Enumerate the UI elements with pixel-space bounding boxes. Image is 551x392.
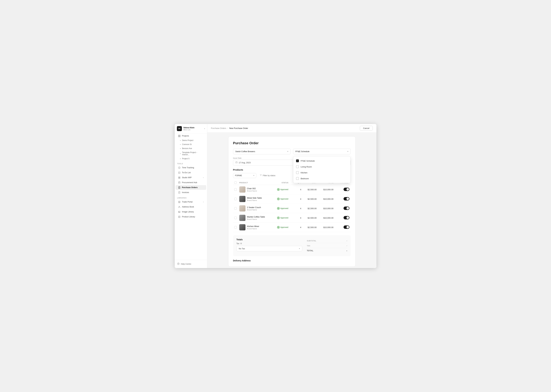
row-cost-cell: $2,500.00 <box>302 213 318 223</box>
calendar-icon <box>235 161 238 164</box>
sidebar-item-trade-portal[interactable]: Trade Portal ▾ <box>176 200 206 204</box>
product-thumb-0 <box>239 186 246 193</box>
product-name-4: Kitchen Mixer <box>247 225 259 227</box>
schedule-checkbox-kitchen <box>296 171 299 174</box>
status-text-2: Approved <box>280 207 288 210</box>
status-text-3: Approved <box>280 217 288 219</box>
row-total-cell: $10,000.00 <box>318 204 335 213</box>
collapse-icon: ▾ <box>180 158 181 160</box>
sidebar-item-purchase-orders[interactable]: Purchase Orders <box>176 185 206 190</box>
tax-select[interactable]: No Tax ▾ <box>237 246 302 251</box>
row-checkbox-4[interactable] <box>234 226 237 229</box>
filter-status-button[interactable]: Filter by status <box>258 173 277 178</box>
row-qty-cell: 4 <box>294 213 302 223</box>
sidebar-item-invoices[interactable]: Invoices <box>176 190 206 195</box>
row-cost-cell: $2,500.00 <box>302 204 318 213</box>
row-checkbox-2[interactable] <box>234 207 237 210</box>
tax-value-label: TAX <box>307 245 310 247</box>
row-product-cell: Chair 002 Brand Name <box>238 185 276 194</box>
taxable-toggle-3[interactable] <box>344 216 349 219</box>
filter-select-value: FORME <box>235 175 242 177</box>
product-cell-name-1: Metal Side Table Brand Name <box>239 196 275 202</box>
sidebar-item-studio-wip[interactable]: Studio WIP ▾ <box>176 175 206 180</box>
status-text-4: Approved <box>280 226 288 228</box>
sidebar: VK Velora Klein Alice Lee ▾ Projects ▾ D… <box>175 124 207 268</box>
totals-section: Totals Tax ⚙ No Tax ▾ SUBTOTAL <box>233 235 351 256</box>
user-name: Velora Klein <box>183 126 203 129</box>
breadcrumb-parent[interactable]: Purchase Orders <box>211 127 226 129</box>
help-centre-link[interactable]: Help Centre <box>177 262 205 266</box>
studio-wip-label: Studio WIP <box>182 176 202 179</box>
trade-portal-label: Trade Portal <box>182 201 202 203</box>
row-check-cell <box>233 185 238 194</box>
sidebar-item-benson[interactable]: ▾ Benson Ave <box>176 147 206 150</box>
row-checkbox-0[interactable] <box>234 188 237 191</box>
sidebar-item-image-library[interactable]: Image Library <box>176 210 206 214</box>
clock-icon <box>178 166 181 169</box>
sidebar-item-address-book[interactable]: Address Book <box>176 204 206 209</box>
sidebar-item-projects[interactable]: Projects <box>176 133 206 138</box>
filter-select[interactable]: FORME ▾ <box>233 173 256 178</box>
row-qty-cell: 4 <box>294 223 302 232</box>
row-taxable-cell <box>335 194 350 204</box>
schedule-option-ffne[interactable]: ✓ FF&E Schedule <box>293 158 350 164</box>
svg-rect-2 <box>178 136 179 137</box>
status-text-0: Approved <box>280 189 288 191</box>
svg-point-14 <box>179 206 180 207</box>
invoices-label: Invoices <box>182 191 204 194</box>
libraries-section-label: LIBRARIES <box>175 195 207 199</box>
settings-icon[interactable]: ⚙ <box>240 242 242 245</box>
th-status: STATUS <box>276 181 294 185</box>
filter-select-arrow: ▾ <box>254 175 254 176</box>
user-menu[interactable]: VK Velora Klein Alice Lee ▾ <box>175 124 207 133</box>
vendor-dropdown-arrow: ▾ <box>287 150 288 153</box>
schedule-select[interactable]: FF&E Schedule ▾ ✓ FF&E Schedule Living R… <box>293 149 351 154</box>
row-taxable-cell <box>335 223 350 232</box>
select-all-checkbox[interactable] <box>234 182 237 184</box>
sidebar-item-procurement[interactable]: Procurement Hub <box>176 180 206 185</box>
schedule-option-living[interactable]: Living Room <box>293 164 350 170</box>
row-taxable-cell <box>335 185 350 194</box>
delivery-section: Delivery Address <box>233 259 351 262</box>
product-cell-name-0: Chair 002 Brand Name <box>239 186 275 193</box>
svg-rect-15 <box>178 211 180 212</box>
sidebar-item-cremore[interactable]: ▾ Cremore St <box>176 143 206 146</box>
chevron-icon: ▾ <box>203 177 204 178</box>
status-badge-0: Approved <box>277 188 293 191</box>
user-role: Alice Lee <box>183 129 203 131</box>
taxable-toggle-4[interactable] <box>344 225 349 229</box>
svg-rect-7 <box>179 177 180 177</box>
box-icon <box>178 181 181 184</box>
taxable-toggle-1[interactable] <box>344 197 349 201</box>
sidebar-item-project5[interactable]: ▾ Project 5 <box>176 157 206 161</box>
row-total-cell: $10,000.00 <box>318 185 335 194</box>
sidebar-item-template[interactable]: ▾ Template Project - Interior... <box>176 151 206 156</box>
svg-rect-8 <box>178 178 179 178</box>
collapse-icon: ▾ <box>180 144 181 145</box>
row-qty-cell: 4 <box>294 204 302 213</box>
product-cell-name-4: Kitchen Mixer Brand Name <box>239 224 275 231</box>
schedule-option-kitchen[interactable]: Kitchen <box>293 170 350 175</box>
sidebar-item-demo-project[interactable]: ▾ Demo Project <box>176 139 206 142</box>
svg-rect-20 <box>236 162 237 163</box>
product-name-0: Chair 002 <box>247 187 257 190</box>
svg-rect-9 <box>179 178 180 178</box>
row-check-cell <box>233 213 238 223</box>
row-qty-cell: 4 <box>294 185 302 194</box>
row-checkbox-3[interactable] <box>234 217 237 219</box>
sidebar-item-product-library[interactable]: Product Library <box>176 214 206 219</box>
product-name-1: Metal Side Table <box>247 197 262 199</box>
help-label: Help Centre <box>181 263 191 265</box>
vendor-schedule-row: Swish Coffee Brewers ▾ FF&E Schedule ▾ ✓… <box>233 149 351 154</box>
sidebar-item-time-tracking[interactable]: Time Tracking <box>176 165 206 170</box>
vendor-select[interactable]: Swish Coffee Brewers ▾ <box>233 149 291 154</box>
schedule-option-bedroom[interactable]: Bedroom <box>293 175 350 182</box>
row-checkbox-1[interactable] <box>234 198 237 200</box>
taxable-toggle-0[interactable] <box>344 188 349 191</box>
cancel-button[interactable]: Cancel <box>360 126 373 131</box>
svg-rect-5 <box>178 172 180 173</box>
sidebar-item-todo[interactable]: To-Do List <box>176 170 206 175</box>
taxable-toggle-2[interactable] <box>344 207 349 210</box>
row-status-cell: Approved <box>276 213 294 223</box>
tools-section-label: TOOLS <box>175 161 207 165</box>
